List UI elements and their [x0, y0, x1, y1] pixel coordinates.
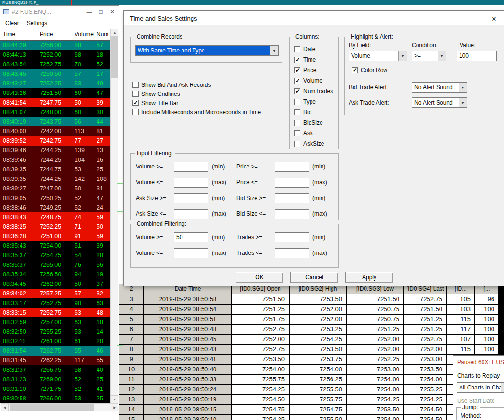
cell-high[interactable]: 7254.75: [290, 405, 346, 414]
cell-high[interactable]: 7254.25: [290, 335, 346, 344]
cell-extra2[interactable]: 96: [475, 294, 498, 304]
scroll-up-icon[interactable]: [111, 29, 118, 37]
cell-last[interactable]: 7253.50: [404, 365, 446, 374]
checkbox-row[interactable]: NumTrades: [294, 86, 338, 96]
time-and-sales-table[interactable]: 08:44:29 7256.00 88 57 08:44:13 7252.00 …: [0, 41, 111, 403]
dialog-titlebar[interactable]: Time and Sales Settings: [124, 11, 504, 25]
checkbox-row[interactable]: Show Title Bar: [132, 98, 295, 107]
cell-extra1[interactable]: 107: [447, 335, 474, 344]
row-number[interactable]: 13: [119, 395, 143, 404]
cell-open[interactable]: 7251.50: [232, 294, 289, 304]
cell-last[interactable]: 7254.25: [404, 395, 446, 404]
checkbox-row[interactable]: Type: [294, 96, 338, 107]
row-number[interactable]: 11: [119, 375, 143, 384]
condition-dropdown[interactable]: >=: [412, 51, 446, 61]
color-row-checkbox-row[interactable]: Color Row: [352, 67, 387, 74]
cell-open[interactable]: 7252.75: [232, 325, 289, 334]
cell-low[interactable]: 7251.25: [347, 325, 403, 334]
cell-last[interactable]: 7252.00: [404, 345, 446, 354]
cell-low[interactable]: 7254.25: [347, 395, 403, 404]
cell-datetime[interactable]: 2019-05-29 08:50:48: [144, 325, 231, 334]
cell-datetime[interactable]: 2019-05-29 08:50:43: [144, 345, 231, 354]
cell-high[interactable]: 7252.00: [290, 304, 346, 314]
row-number[interactable]: 10: [119, 365, 143, 374]
cell-open[interactable]: 7251.75: [232, 315, 289, 324]
close-icon[interactable]: [488, 14, 500, 23]
checkbox-row[interactable]: Bid: [294, 107, 338, 117]
chevron-down-icon[interactable]: [459, 98, 467, 107]
cell-datetime[interactable]: 2019-05-29 08:50:54: [144, 304, 231, 314]
cell-low[interactable]: 7254.00: [347, 415, 403, 420]
cell-low[interactable]: 7252.00: [347, 345, 403, 354]
cell-open[interactable]: 7251.25: [232, 304, 289, 314]
filter-input[interactable]: [174, 232, 208, 242]
cell-high[interactable]: 7253.75: [290, 355, 346, 364]
cell-last[interactable]: 7254.50: [404, 415, 446, 420]
checkbox-row[interactable]: Show Bid And Ask Records: [132, 80, 295, 89]
checkbox[interactable]: [294, 120, 300, 126]
cell-last[interactable]: 7253.00: [404, 355, 446, 364]
checkbox-row[interactable]: Price: [294, 65, 338, 75]
checkbox-row[interactable]: Show Gridlines: [132, 89, 295, 98]
header-numtrades[interactable]: Num: [94, 29, 111, 40]
filter-input[interactable]: [174, 209, 208, 219]
checkbox[interactable]: [132, 82, 139, 88]
cell-high[interactable]: 7255.75: [290, 395, 346, 404]
checkbox-row[interactable]: Include Milliseconds and Microseconds in…: [132, 107, 295, 116]
row-number[interactable]: 5: [119, 315, 143, 324]
maximize-icon[interactable]: [95, 6, 107, 18]
checkbox[interactable]: [294, 46, 300, 52]
chevron-down-icon[interactable]: [270, 46, 278, 55]
cell-high[interactable]: 7255.50: [290, 415, 346, 420]
row-number[interactable]: 14: [119, 405, 143, 414]
cell-low[interactable]: 7250.75: [347, 315, 403, 324]
cell-low[interactable]: 7254.00: [347, 385, 403, 394]
cell-last[interactable]: 7251.25: [404, 315, 446, 324]
filter-input[interactable]: [174, 162, 208, 172]
cell-datetime[interactable]: 2019-05-29 08:50:33: [144, 375, 231, 384]
horizontal-scrollbar[interactable]: [1, 403, 118, 411]
checkbox[interactable]: [352, 67, 358, 74]
charts-to-replay-dropdown[interactable]: All Charts in Cha: [457, 382, 504, 393]
cancel-button[interactable]: Cancel: [290, 272, 338, 283]
by-field-dropdown[interactable]: Volume: [349, 51, 407, 61]
chevron-down-icon[interactable]: [438, 51, 446, 61]
cell-high[interactable]: 7253.50: [290, 345, 346, 354]
chevron-down-icon[interactable]: [459, 83, 467, 92]
header-price[interactable]: Price: [37, 29, 72, 40]
value-input[interactable]: [457, 51, 497, 61]
cell-datetime[interactable]: 2019-05-29 08:50:51: [144, 315, 231, 324]
cell-low[interactable]: 7253.50: [347, 405, 403, 414]
cell-extra1[interactable]: 115: [447, 345, 474, 354]
menu-clear[interactable]: Clear: [5, 20, 19, 27]
filter-input[interactable]: [174, 248, 208, 258]
cell-extra1[interactable]: 103: [447, 304, 474, 314]
cell-last[interactable]: 7252.75: [404, 294, 446, 304]
row-number[interactable]: 15: [119, 415, 143, 420]
checkbox-row[interactable]: Volume: [294, 75, 338, 86]
cell-datetime[interactable]: 2019-05-29 08:50:58: [144, 294, 231, 304]
cell-datetime[interactable]: 2019-05-29 08:50:40: [144, 365, 231, 374]
checkbox[interactable]: [132, 100, 139, 106]
cell-high[interactable]: 7254.00: [290, 365, 346, 374]
cell-open[interactable]: 7254.75: [232, 405, 289, 414]
filter-input[interactable]: [174, 178, 208, 188]
row-number[interactable]: 12: [119, 385, 143, 394]
cell-low[interactable]: 7253.00: [347, 365, 403, 374]
checkbox[interactable]: [294, 99, 300, 105]
row-number[interactable]: 7: [119, 335, 143, 344]
checkbox[interactable]: [294, 78, 300, 84]
cell-datetime[interactable]: 2019-05-29 08:50:41: [144, 355, 231, 364]
chart-symbol-label[interactable]: F.US.ENQM19 #1 F_: [1, 0, 72, 5]
ts-window-titlebar[interactable]: #2 F.US.ENQ...: [0, 6, 119, 18]
close-icon[interactable]: [107, 6, 118, 18]
cell-high[interactable]: 7253.25: [290, 325, 346, 334]
cell-high[interactable]: 7256.25: [290, 375, 346, 384]
cell-low[interactable]: 7252.25: [347, 355, 403, 364]
chevron-down-icon[interactable]: [398, 51, 407, 61]
checkbox[interactable]: [294, 109, 300, 116]
filter-input[interactable]: [275, 232, 309, 242]
checkbox-row[interactable]: Date: [294, 44, 338, 54]
cell-extra2[interactable]: 100: [475, 335, 498, 344]
cell-open[interactable]: 7254.25: [232, 415, 289, 420]
